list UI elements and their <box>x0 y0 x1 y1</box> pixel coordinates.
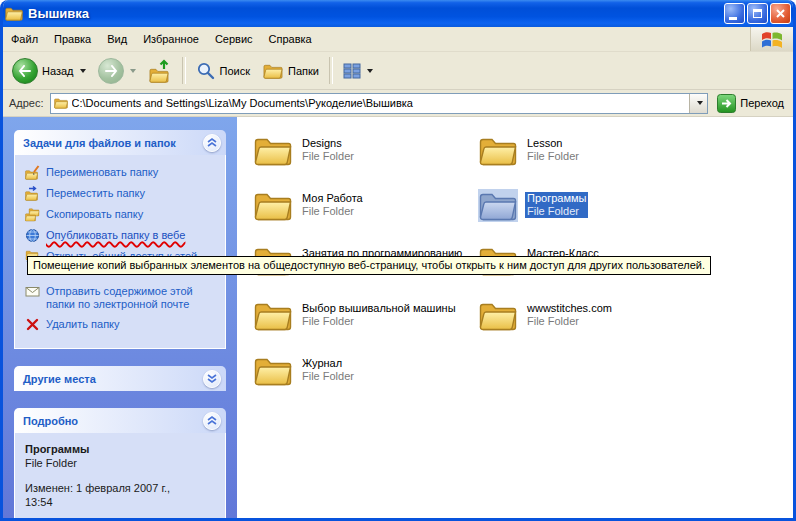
folder-type: File Folder <box>525 315 614 328</box>
task-copy-folder[interactable]: Скопировать папку <box>25 207 219 222</box>
title-bar[interactable]: Вышивка <box>0 0 796 27</box>
windows-flag-icon <box>761 30 783 49</box>
forward-dropdown-icon[interactable] <box>130 69 136 73</box>
collapse-panel-button[interactable] <box>203 412 221 430</box>
folder-icon <box>478 134 518 167</box>
folder-type: File Folder <box>300 315 458 328</box>
details-item-modified: Изменен: 1 февраля 2007 г., 13:54 <box>25 481 185 509</box>
tasks-panel-header[interactable]: Задачи для файлов и папок <box>14 130 226 155</box>
folder-type: File Folder <box>300 370 356 383</box>
folder-name: Выбор вышивальной машины <box>300 302 458 315</box>
folder-icon <box>253 134 293 167</box>
address-path[interactable]: C:\Documents and Settings\Liza\My Docume… <box>72 97 686 109</box>
folder-item-wwwstitches[interactable]: wwwstitches.comFile Folder <box>478 299 614 339</box>
toolbar-separator <box>329 57 333 84</box>
folder-view[interactable]: DesignsFile Folder LessonFile Folder Моя… <box>237 117 793 518</box>
folder-icon <box>253 299 293 332</box>
folder-name: Программы <box>525 192 588 205</box>
toolbar-separator <box>182 57 186 84</box>
task-rename-folder[interactable]: Переименовать папку <box>25 165 219 180</box>
move-folder-icon <box>25 186 40 201</box>
maximize-icon <box>753 9 762 18</box>
task-label[interactable]: Переименовать папку <box>46 165 158 179</box>
address-folder-icon <box>54 97 68 109</box>
go-label: Переход <box>740 97 784 109</box>
maximize-button[interactable] <box>747 3 768 24</box>
task-publish-folder-to-web[interactable]: Опубликовать папку в вебе <box>25 228 219 243</box>
windows-logo <box>750 27 793 51</box>
chevron-down-icon <box>207 374 217 383</box>
forward-button[interactable] <box>93 56 141 86</box>
task-email-folder[interactable]: Отправить содержимое этой папки по элект… <box>25 284 219 311</box>
folders-label: Папки <box>288 65 319 77</box>
menu-favorites[interactable]: Избранное <box>135 27 207 51</box>
folder-item-designs[interactable]: DesignsFile Folder <box>253 134 356 174</box>
minimize-button[interactable] <box>724 3 745 24</box>
close-button[interactable] <box>770 3 791 24</box>
explorer-window: Вышивка Файл Правка Вид Избранное Сервис… <box>0 0 796 521</box>
folder-icon <box>478 299 518 332</box>
window-title: Вышивка <box>28 6 719 21</box>
folder-item-zhurnal[interactable]: ЖурналFile Folder <box>253 354 356 394</box>
folder-type: File Folder <box>525 150 581 163</box>
folder-name: Журнал <box>300 357 356 370</box>
go-button[interactable]: Переход <box>714 94 787 113</box>
folders-button[interactable]: Папки <box>257 60 324 82</box>
folder-item-moya-rabota[interactable]: Моя РаботаFile Folder <box>253 189 365 229</box>
views-dropdown-icon[interactable] <box>367 69 373 73</box>
views-button[interactable] <box>338 61 378 81</box>
task-label[interactable]: Скопировать папку <box>46 207 143 221</box>
folder-type: File Folder <box>525 205 588 218</box>
task-delete-folder[interactable]: Удалить папку <box>25 317 219 332</box>
chevron-up-icon <box>207 138 217 147</box>
search-button[interactable]: Поиск <box>191 59 255 83</box>
folder-item-programmy-selected[interactable]: ПрограммыFile Folder <box>478 189 588 229</box>
folder-up-icon <box>148 59 172 83</box>
other-places-title: Другие места <box>23 373 203 385</box>
folder-name: Lesson <box>525 137 581 150</box>
back-label: Назад <box>42 65 74 77</box>
task-label[interactable]: Удалить папку <box>46 317 120 331</box>
menu-edit[interactable]: Правка <box>46 27 99 51</box>
menu-view[interactable]: Вид <box>99 27 135 51</box>
folder-name: Designs <box>300 137 356 150</box>
back-button[interactable]: Назад <box>7 56 91 86</box>
folders-icon <box>262 62 284 80</box>
folder-item-lesson[interactable]: LessonFile Folder <box>478 134 581 174</box>
forward-arrow-icon <box>98 58 124 84</box>
go-arrow-icon <box>717 94 736 113</box>
details-panel-title: Подробно <box>23 415 203 427</box>
address-label: Адрес: <box>9 97 44 109</box>
address-dropdown-button[interactable] <box>689 94 707 113</box>
address-combobox[interactable]: C:\Documents and Settings\Liza\My Docume… <box>50 93 709 114</box>
menubar-spacer <box>320 27 750 51</box>
menu-help[interactable]: Справка <box>261 27 320 51</box>
folder-icon <box>253 354 293 387</box>
menu-file[interactable]: Файл <box>3 27 46 51</box>
task-label[interactable]: Отправить содержимое этой папки по элект… <box>46 284 196 311</box>
expand-panel-button[interactable] <box>203 370 221 388</box>
menu-tools[interactable]: Сервис <box>207 27 261 51</box>
folder-item-vybor-mashiny[interactable]: Выбор вышивальной машиныFile Folder <box>253 299 458 339</box>
email-folder-icon <box>25 284 40 299</box>
minimize-icon <box>729 17 737 20</box>
back-dropdown-icon[interactable] <box>80 69 86 73</box>
folder-name: Моя Работа <box>300 192 365 205</box>
details-panel-header[interactable]: Подробно <box>14 408 226 433</box>
folder-type: File Folder <box>300 150 356 163</box>
other-places-header[interactable]: Другие места <box>14 366 226 391</box>
task-label[interactable]: Опубликовать папку в вебе <box>46 228 185 242</box>
folder-name: wwwstitches.com <box>525 302 614 315</box>
close-icon <box>775 8 786 19</box>
collapse-panel-button[interactable] <box>203 134 221 152</box>
task-move-folder[interactable]: Переместить папку <box>25 186 219 201</box>
folder-icon <box>253 189 293 222</box>
task-label[interactable]: Переместить папку <box>46 186 145 200</box>
copy-folder-icon <box>25 207 40 222</box>
up-button[interactable] <box>143 57 177 85</box>
search-label: Поиск <box>220 65 250 77</box>
details-panel: Подробно Программы File Folder Изменен: … <box>14 408 226 518</box>
address-bar: Адрес: C:\Documents and Settings\Liza\My… <box>3 90 793 117</box>
folder-icon-selected <box>478 189 518 222</box>
tasks-panel-body: Переименовать папку Переместить папку <box>14 155 226 349</box>
